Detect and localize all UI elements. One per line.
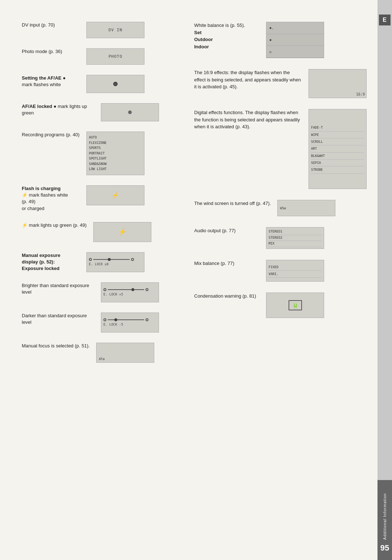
brighter-bar [103,288,148,291]
entry-digital-effects: Digital effects functions. The display f… [194,109,367,189]
effect-art: ART [311,145,364,152]
flash-mark-text: ⚡ mark flashes white [22,192,68,198]
brighter-screen-box: E. LOCK +5 [101,282,159,302]
mix-balance-label: Mix balance (p. 77) [194,260,260,267]
prog-sandsnow: SAND&SNOW [89,161,107,167]
darker-line [108,319,144,320]
wind-screen-label: The wind screen is turned off (p. 47). [194,200,271,207]
brighter-screen: E. LOCK +5 [101,282,166,302]
wb-rows: ✱. ✱ ◇ [266,22,324,58]
audio-mix: MIX [269,241,322,247]
darker-screen: E. LOCK -5 [101,313,166,333]
mix-vari: VARI. [269,271,322,278]
entry-wind-screen: The wind screen is turned off (p. 47). W… [194,200,367,216]
brighter-circle-left [103,288,106,291]
brighter-circle-right [146,288,148,291]
darker-screen-box: E. LOCK -5 [101,313,159,333]
entry-condensation: Condensation warning (p. 81) 🔋 [194,293,367,318]
wb-row-indoor: ◇ [266,46,324,58]
af-dot-icon [113,82,118,86]
green-mark-icon: ⚡ [118,228,126,236]
169-screen: 16:9 [309,69,367,98]
condensation-label: Condensation warning (p. 81) [194,293,260,300]
darker-exp-label: E. LOCK -5 [103,323,123,326]
entry-manual-focus: Manual focus is selected (p. 51). AF⊞ [22,343,194,363]
entry-mix-balance: Mix balance (p. 77) FIXED VARI. [194,260,367,282]
audio-screen-box: STEREO1 STEREO2 MIX [266,227,324,249]
recording-programs-screen: AUTO FLEXIZONE SPORTS PORTRAIT SPOTLIGHT… [86,132,152,175]
brighter-exp-label: E. LOCK +5 [103,293,123,296]
entry-dv-input: DV input (p. 70) [22,22,194,38]
page-container: DV input (p. 70) Photo mode (p. 36) Sett… [0,0,392,560]
effect-strobe: STROBE [311,166,364,173]
entry-af-ae-white: Setting the AF/AE ● mark flashes white [22,75,194,93]
wind-screen-screen: WS⊞ [277,200,343,216]
entry-169-effects: The 16:9 effects: the display flashes wh… [194,69,367,98]
af-label-text: AF⊞ [99,357,105,361]
exposure-lock-screen: E. LOCK ±0 [86,252,152,272]
wb-text: White balance is (p. 55). [194,23,245,28]
wb-row-outdoor: ✱ [266,34,324,46]
flash-lightning-icon: ⚡ [112,192,119,199]
entry-darker-exposure: Darker than standard exposure level E. L… [22,313,194,333]
flash-screen: ⚡ [86,185,152,205]
mix-fixed: FIXED [269,264,322,271]
entry-audio-output: Audio output (p. 77) STEREO1 STEREO2 MIX [194,227,367,249]
prog-sports: SPORTS [89,145,101,151]
condensation-screen: 🔋 [266,293,331,318]
prog-lowlight: LOW LIGHT [89,166,107,172]
programs-screen-box: AUTO FLEXIZONE SPORTS PORTRAIT SPOTLIGHT… [86,132,144,175]
brighter-line [108,289,144,290]
additional-info-label: Additional Information [383,493,387,540]
darker-circle-right [146,318,148,321]
af-ae-white-bold: Setting the AF/AE ● [22,75,66,81]
mark-green-text: ⚡ mark lights up green (p. 49) [22,222,87,228]
exposure-lock-bold: Manual exposuredisplay (p. 52):Exposure … [22,253,60,271]
audio-output-label: Audio output (p. 77) [194,227,260,234]
flash-or-charged: or charged [22,206,44,211]
right-column: White balance is (p. 55). Set Outdoor In… [194,22,367,545]
af-screen-box [86,75,144,93]
flash-charging-label: Flash is charging ⚡ mark flashes white (… [22,185,80,212]
flash-page-ref: (p. 49) [22,199,36,204]
af-ae-green-screen [101,103,166,121]
digital-effects-screen: FADE-T WIPE SCROLL ART BLK&WHT SEPIA STR… [309,109,367,189]
entry-recording-programs: Recording programs (p. 40) AUTO FLEXIZON… [22,132,194,175]
wind-screen-box: WS⊞ [277,200,335,216]
mark-green-screen-box: ⚡ [93,222,151,242]
mix-balance-screen: FIXED VARI. [266,260,331,282]
effect-scroll: SCROLL [311,138,364,145]
effect-blkwht: BLK&WHT [311,153,364,160]
entry-white-balance: White balance is (p. 55). Set Outdoor In… [194,22,367,58]
prog-portrait: PORTRAIT [89,151,105,156]
digital-effects-box: FADE-T WIPE SCROLL ART BLK&WHT SEPIA STR… [309,109,367,189]
af-ae-white-screen [86,75,152,93]
prog-flexi: FLEXIZONE [89,140,107,146]
exp-lock-label: E. LOCK ±0 [89,262,109,266]
left-column: DV input (p. 70) Photo mode (p. 36) Sett… [22,22,194,545]
page-number: 95 [380,543,389,553]
dv-screen-box [86,22,144,38]
condensation-screen-box: 🔋 [266,293,324,318]
exp-circle-left-icon [89,258,92,261]
af-ae-white-text: mark flashes white [22,82,61,87]
white-balance-screen: ✱. ✱ ◇ [266,22,331,58]
entry-photo-mode: Photo mode (p. 36) [22,48,194,65]
exposure-lock-box: E. LOCK ±0 [86,252,144,272]
digital-effects-label: Digital effects functions. The display f… [194,109,302,130]
dv-input-screen [86,22,152,38]
169-label: The 16:9 effects: the display flashes wh… [194,69,302,90]
darker-dot [114,318,117,321]
photo-mode-label: Photo mode (p. 36) [22,48,80,55]
af-dot-small-icon [128,110,132,114]
exp-circle-right-icon [131,258,134,261]
wb-indoor: Indoor [194,44,209,49]
dv-input-label: DV input (p. 70) [22,22,80,28]
wb-set: Set [194,30,201,35]
photo-mode-screen [86,48,152,65]
af-green-screen-box [101,103,159,121]
bottom-sidebar: Additional Information 95 [377,480,392,560]
exposure-lock-label: Manual exposuredisplay (p. 52):Exposure … [22,252,80,272]
right-sidebar: E [377,0,392,560]
effect-fade-t: FADE-T [311,124,364,131]
